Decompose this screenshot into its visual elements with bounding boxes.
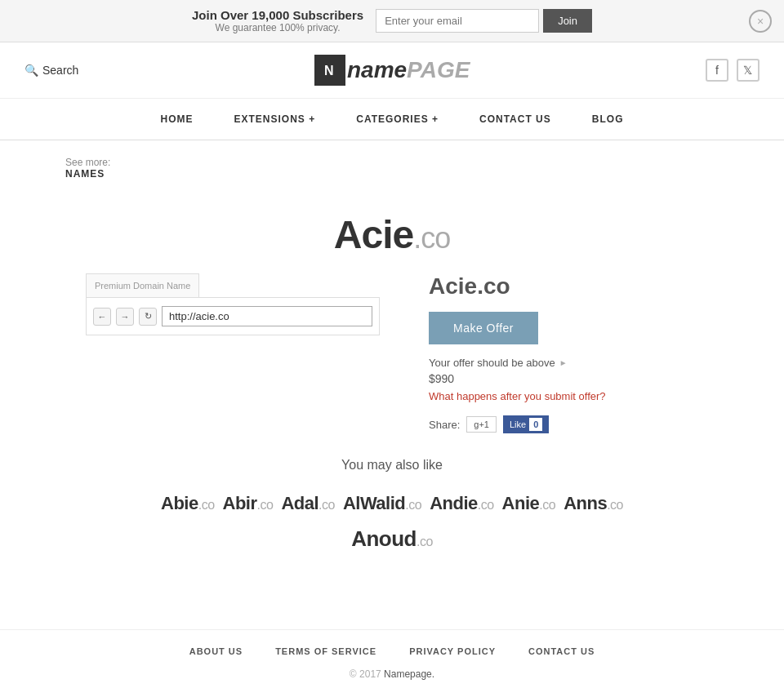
domain-link-anns[interactable]: Anns.co bbox=[564, 493, 623, 514]
twitter-icon[interactable]: 𝕏 bbox=[737, 59, 760, 82]
offer-price: $990 bbox=[429, 372, 698, 385]
logo-page: PAGE bbox=[407, 57, 470, 82]
domain-ext: .co bbox=[478, 498, 494, 512]
nav-home[interactable]: HOME bbox=[140, 99, 214, 140]
svg-text:N: N bbox=[324, 64, 334, 78]
domain-ext: .co bbox=[257, 498, 274, 512]
domain-name: Anoud bbox=[351, 526, 416, 551]
facebook-like-button[interactable]: Like 0 bbox=[503, 415, 549, 433]
close-button[interactable]: × bbox=[749, 10, 772, 33]
footer: ABOUT US TERMS OF SERVICE PRIVACY POLICY… bbox=[0, 629, 784, 688]
domain-grid-row2: Anoud.co bbox=[65, 526, 719, 552]
domain-link-andie[interactable]: Andie.co bbox=[430, 493, 493, 514]
footer-contact[interactable]: CONTACT US bbox=[528, 646, 595, 656]
browser-mockup: Premium Domain Name ← → ↻ bbox=[86, 273, 380, 335]
facebook-icon[interactable]: f bbox=[706, 59, 728, 82]
arrow-right-icon: ► bbox=[559, 358, 568, 367]
domain-title: Acie.co bbox=[429, 273, 698, 300]
offer-hint-text: Your offer should be above bbox=[429, 357, 555, 369]
domain-link-anoud[interactable]: Anoud.co bbox=[351, 526, 433, 552]
domain-logo: Acie.co bbox=[334, 212, 450, 257]
browser-url-input[interactable] bbox=[162, 306, 372, 326]
logo-name: name bbox=[347, 57, 407, 82]
domain-link-adal[interactable]: Adal.co bbox=[281, 493, 335, 514]
breadcrumb: See more: NAMES bbox=[0, 140, 784, 180]
domain-name: Anie bbox=[502, 493, 540, 513]
domain-ext: .co bbox=[416, 535, 433, 548]
domain-ext: .co bbox=[318, 498, 335, 512]
domain-ext: .co bbox=[607, 498, 623, 512]
domain-link-anie[interactable]: Anie.co bbox=[502, 493, 556, 514]
share-row: Share: g+1 Like 0 bbox=[429, 415, 698, 433]
offer-hint: Your offer should be above ► bbox=[429, 357, 698, 369]
fb-like-label: Like bbox=[510, 419, 526, 429]
join-button[interactable]: Join bbox=[543, 9, 592, 33]
search-icon: 🔍 bbox=[24, 64, 38, 77]
banner-title: Join Over 19,000 Subscribers bbox=[192, 8, 363, 22]
logo-n-icon: N bbox=[321, 61, 339, 79]
search-area[interactable]: 🔍 Search bbox=[24, 64, 78, 77]
browser-label: Premium Domain Name bbox=[86, 273, 199, 297]
domain-link-abie[interactable]: Abie.co bbox=[161, 493, 215, 514]
domain-logo-name: Acie.co bbox=[334, 213, 450, 256]
search-label: Search bbox=[42, 64, 78, 77]
header: 🔍 Search N namePAGE f 𝕏 bbox=[0, 42, 784, 99]
domain-ext: .co bbox=[539, 498, 555, 512]
see-more-label: See more: bbox=[65, 157, 110, 168]
nav-blog[interactable]: BLOG bbox=[572, 99, 644, 140]
domain-ext: .co bbox=[198, 498, 215, 512]
domain-name: Abir bbox=[223, 493, 257, 513]
also-like-section: You may also like Abie.co Abir.co Adal.c… bbox=[65, 458, 719, 564]
footer-brand-link[interactable]: Namepage. bbox=[384, 668, 434, 680]
main-nav: HOME EXTENSIONS + CATEGORIES + CONTACT U… bbox=[0, 99, 784, 140]
breadcrumb-names-link[interactable]: NAMES bbox=[65, 168, 105, 180]
domain-name: Andie bbox=[430, 493, 478, 513]
logo[interactable]: N namePAGE bbox=[314, 55, 470, 86]
email-input[interactable] bbox=[376, 9, 539, 33]
fb-count: 0 bbox=[529, 418, 542, 431]
share-label: Share: bbox=[429, 419, 460, 431]
gplus-button[interactable]: g+1 bbox=[466, 416, 497, 433]
browser-frame: ← → ↻ bbox=[86, 297, 380, 335]
logo-text: namePAGE bbox=[347, 57, 470, 83]
copyright-year: © 2017 bbox=[350, 668, 381, 680]
main-content: Acie.co Premium Domain Name ← → ↻ Acie.c… bbox=[0, 180, 784, 605]
domain-ext-text: .co bbox=[413, 221, 450, 255]
domain-name: Abie bbox=[161, 493, 198, 513]
domain-name: AlWalid bbox=[343, 493, 405, 513]
banner-subtitle: We guarantee 100% privacy. bbox=[192, 22, 363, 33]
domain-ext: .co bbox=[405, 498, 421, 512]
domain-name: Anns bbox=[564, 493, 607, 513]
offer-link[interactable]: What happens after you submit offer? bbox=[429, 390, 606, 402]
logo-icon: N bbox=[314, 55, 345, 86]
right-panel: Acie.co Make Offer Your offer should be … bbox=[429, 273, 698, 433]
footer-terms[interactable]: TERMS OF SERVICE bbox=[275, 646, 376, 656]
footer-about[interactable]: ABOUT US bbox=[189, 646, 243, 656]
footer-copyright: © 2017 Namepage. bbox=[24, 668, 760, 680]
nav-contact[interactable]: CONTACT US bbox=[459, 99, 572, 140]
browser-refresh-button[interactable]: ↻ bbox=[139, 308, 157, 326]
footer-privacy[interactable]: PRIVACY POLICY bbox=[409, 646, 496, 656]
social-icons: f 𝕏 bbox=[706, 59, 760, 82]
make-offer-button[interactable]: Make Offer bbox=[429, 312, 538, 344]
footer-links: ABOUT US TERMS OF SERVICE PRIVACY POLICY… bbox=[24, 646, 760, 656]
domain-grid-row1: Abie.co Abir.co Adal.co AlWalid.co Andie… bbox=[65, 493, 719, 514]
content-row: Premium Domain Name ← → ↻ Acie.co Make O… bbox=[86, 273, 698, 433]
domain-name-text: Acie bbox=[334, 213, 413, 256]
domain-name: Adal bbox=[281, 493, 318, 513]
domain-link-alwalid[interactable]: AlWalid.co bbox=[343, 493, 421, 514]
browser-back-button[interactable]: ← bbox=[93, 308, 111, 326]
top-banner: Join Over 19,000 Subscribers We guarante… bbox=[0, 0, 784, 42]
nav-extensions[interactable]: EXTENSIONS + bbox=[214, 99, 336, 140]
domain-link-abir[interactable]: Abir.co bbox=[223, 493, 274, 514]
banner-text: Join Over 19,000 Subscribers We guarante… bbox=[192, 8, 363, 33]
also-like-title: You may also like bbox=[65, 458, 719, 473]
nav-categories[interactable]: CATEGORIES + bbox=[336, 99, 459, 140]
browser-forward-button[interactable]: → bbox=[116, 308, 134, 326]
